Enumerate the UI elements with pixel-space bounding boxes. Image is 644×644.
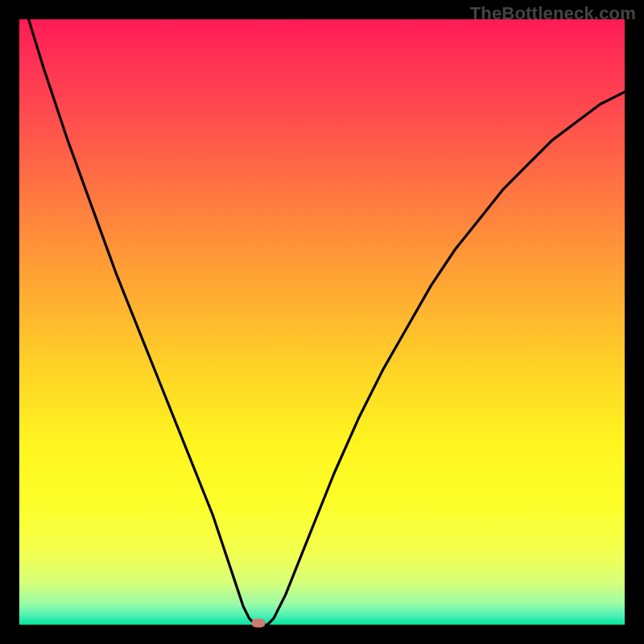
bottleneck-curve <box>19 19 625 625</box>
gradient-plot-area <box>19 19 625 625</box>
curve-overlay <box>19 19 625 625</box>
optimum-marker <box>252 619 266 628</box>
watermark-text: TheBottleneck.com <box>470 3 636 24</box>
chart-frame: TheBottleneck.com <box>0 0 644 644</box>
